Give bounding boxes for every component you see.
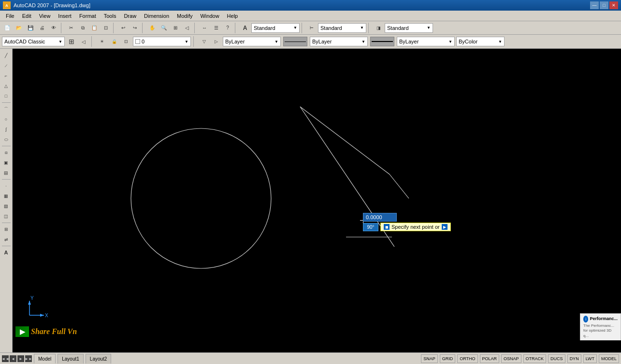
spline-tool[interactable]: ∫ bbox=[1, 125, 11, 134]
menu-window[interactable]: Window bbox=[196, 12, 223, 20]
gradient-tool[interactable]: ▧ bbox=[1, 201, 11, 211]
lw-btn[interactable]: LWT bbox=[583, 354, 597, 363]
point-tool[interactable]: · bbox=[1, 181, 11, 191]
color-dropdown[interactable]: ByLayer ▼ bbox=[223, 37, 281, 46]
sep3 bbox=[142, 23, 145, 33]
dim-style-dropdown[interactable]: Standard ▼ bbox=[318, 23, 366, 33]
insert-block[interactable]: ⧈ bbox=[1, 148, 11, 157]
list-button[interactable]: ☰ bbox=[211, 23, 221, 33]
text-style-dropdown[interactable]: Standard ▼ bbox=[251, 23, 300, 33]
save-button[interactable]: 💾 bbox=[25, 23, 36, 33]
menu-dimension[interactable]: Dimension bbox=[140, 12, 173, 20]
info-icon: i bbox=[583, 316, 588, 322]
paste-button[interactable]: 📋 bbox=[89, 23, 100, 33]
wblock-tool[interactable]: ▤ bbox=[1, 168, 11, 178]
menu-modify[interactable]: Modify bbox=[173, 12, 196, 20]
zoom-window[interactable]: ⊞ bbox=[170, 23, 181, 33]
new-button[interactable]: 📄 bbox=[2, 23, 13, 33]
menu-bar: File Edit View Insert Format Tools Draw … bbox=[0, 11, 621, 21]
model-tab[interactable]: Model bbox=[34, 354, 56, 364]
ducs-btn[interactable]: DUCS bbox=[548, 354, 565, 363]
circle-tool[interactable]: ○ bbox=[1, 114, 11, 124]
tool-sep4 bbox=[2, 223, 11, 223]
svg-line-2 bbox=[300, 107, 390, 174]
sep1 bbox=[61, 23, 64, 33]
cut-button[interactable]: ✂ bbox=[66, 23, 76, 33]
sep8 bbox=[91, 36, 94, 47]
lineweight-dropdown[interactable]: ByLayer ▼ bbox=[397, 37, 455, 46]
rectangle-tool[interactable]: □ bbox=[1, 91, 11, 101]
menu-format[interactable]: Format bbox=[75, 12, 100, 20]
pan-button[interactable]: ✋ bbox=[147, 23, 158, 33]
sep6 bbox=[302, 23, 304, 33]
xline-tool[interactable]: ⟋ bbox=[1, 61, 11, 70]
tool-sep2 bbox=[2, 146, 11, 146]
menu-tools[interactable]: Tools bbox=[100, 12, 120, 20]
toolbar-area: 📄 📂 💾 🖨 👁 ✂ ⧉ 📋 ⊡ ↩ ↪ ✋ 🔍 ⊞ ◁ ↔ ☰ ? A St… bbox=[0, 21, 621, 49]
plotstyle-dropdown[interactable]: ByColor ▼ bbox=[456, 37, 505, 46]
maximize-button[interactable]: □ bbox=[600, 1, 608, 9]
tooltip-arrow-icon: ▶ bbox=[442, 224, 448, 230]
region-tool[interactable]: ◫ bbox=[1, 211, 11, 221]
line-tool[interactable]: ╱ bbox=[1, 51, 11, 60]
redo-button[interactable]: ↪ bbox=[130, 23, 140, 33]
menu-edit[interactable]: Edit bbox=[18, 12, 35, 20]
workspace-dropdown[interactable]: AutoCAD Classic ▼ bbox=[2, 37, 65, 46]
nav-last[interactable]: ►► bbox=[25, 355, 32, 362]
grid-btn[interactable]: GRID bbox=[440, 354, 456, 363]
canvas-area[interactable]: 90° ◼ Specify next point or ▶ Y X bbox=[13, 49, 621, 352]
linetype-dropdown[interactable]: ByLayer ▼ bbox=[310, 37, 368, 46]
dist-button[interactable]: ↔ bbox=[199, 23, 210, 33]
zoom-realtime[interactable]: 🔍 bbox=[159, 23, 169, 33]
layer-mgr-button[interactable]: ⊞ bbox=[66, 36, 77, 47]
preview-button[interactable]: 👁 bbox=[48, 23, 59, 33]
nav-next[interactable]: ► bbox=[17, 355, 24, 362]
table-tool[interactable]: ⊞ bbox=[1, 224, 11, 234]
otrack-btn[interactable]: OTRACK bbox=[523, 354, 547, 363]
close-button[interactable]: ✕ bbox=[609, 1, 618, 9]
nav-prev[interactable]: ◄ bbox=[10, 355, 16, 362]
polygon-tool[interactable]: △ bbox=[1, 81, 11, 91]
undo-button[interactable]: ↩ bbox=[118, 23, 129, 33]
ellipse-tool[interactable]: ⬭ bbox=[1, 135, 11, 144]
layer-dropdown[interactable]: 0 ▼ bbox=[133, 37, 191, 46]
open-button[interactable]: 📂 bbox=[14, 23, 24, 33]
vp-freeze-button[interactable]: ⊡ bbox=[121, 36, 131, 47]
dimension-input[interactable] bbox=[363, 213, 397, 222]
plot-style-dropdown[interactable]: Standard ▼ bbox=[385, 23, 433, 33]
mtext-tool[interactable]: ⇌ bbox=[1, 235, 11, 244]
arc-tool[interactable]: ⌒ bbox=[1, 104, 11, 114]
watermark-brand: Share Full Vn bbox=[31, 327, 77, 336]
osnap-btn[interactable]: OSNAP bbox=[501, 354, 521, 363]
make-block[interactable]: ▣ bbox=[1, 158, 11, 168]
polar-btn[interactable]: POLAR bbox=[480, 354, 500, 363]
layer-prev-button[interactable]: ◁ bbox=[78, 36, 89, 47]
ortho-btn[interactable]: ORTHO bbox=[457, 354, 477, 363]
help-button[interactable]: ? bbox=[222, 23, 233, 33]
text-label[interactable]: A bbox=[1, 248, 11, 257]
layout2-tab[interactable]: Layout2 bbox=[86, 354, 112, 364]
lock-button[interactable]: 🔒 bbox=[109, 36, 119, 47]
dyn-btn[interactable]: DYN bbox=[567, 354, 581, 363]
perf-text: The Performanc... for optimized 3D q... bbox=[583, 323, 618, 338]
menu-draw[interactable]: Draw bbox=[120, 12, 140, 20]
lineweight-preview bbox=[370, 37, 394, 46]
zoom-prev[interactable]: ◁ bbox=[182, 23, 192, 33]
nav-first[interactable]: ◄◄ bbox=[2, 355, 9, 362]
minimize-button[interactable]: — bbox=[590, 1, 599, 9]
hatch-tool[interactable]: ▦ bbox=[1, 191, 11, 201]
toolbar2: AutoCAD Classic ▼ ⊞ ◁ ☀ 🔒 ⊡ 0 ▼ ▽ ▷ ByLa… bbox=[0, 35, 621, 48]
plot-button[interactable]: 🖨 bbox=[37, 23, 47, 33]
model-btn[interactable]: MODEL bbox=[599, 354, 619, 363]
menu-file[interactable]: File bbox=[2, 12, 18, 20]
perf-notification: i Performanc... The Performanc... for op… bbox=[580, 313, 621, 340]
matchprop-button[interactable]: ⊡ bbox=[101, 23, 111, 33]
freeze-button[interactable]: ☀ bbox=[97, 36, 107, 47]
copy-button[interactable]: ⧉ bbox=[77, 23, 88, 33]
layout1-tab[interactable]: Layout1 bbox=[58, 354, 84, 364]
snap-btn[interactable]: SNAP bbox=[421, 354, 438, 363]
menu-view[interactable]: View bbox=[35, 12, 55, 20]
polyline-tool[interactable]: ⌐ bbox=[1, 71, 11, 81]
menu-insert[interactable]: Insert bbox=[54, 12, 75, 20]
menu-help[interactable]: Help bbox=[223, 12, 242, 20]
